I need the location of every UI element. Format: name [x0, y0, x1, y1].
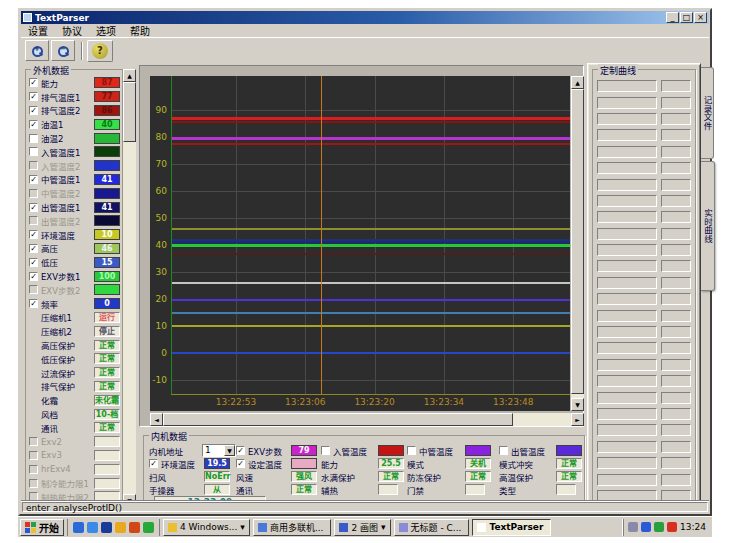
curve-name-field[interactable]: [597, 375, 657, 387]
curve-name-field[interactable]: [597, 441, 657, 453]
curve-value-field[interactable]: [661, 392, 691, 404]
chart-scroll-right-icon[interactable]: ►: [571, 413, 584, 426]
menu-item[interactable]: 选项: [89, 23, 123, 38]
curve-value-field[interactable]: [661, 326, 691, 338]
signal-checkbox[interactable]: [29, 451, 38, 460]
curve-name-field[interactable]: [597, 424, 657, 436]
chart-hscroll-thumb[interactable]: [163, 413, 513, 426]
mail-icon[interactable]: [143, 522, 154, 533]
curve-name-field[interactable]: [597, 260, 657, 272]
chart-scroll-down-icon[interactable]: ▼: [571, 398, 584, 411]
indoor-checkbox[interactable]: [236, 459, 245, 468]
curve-value-field[interactable]: [661, 424, 691, 436]
alert-icon[interactable]: [667, 522, 677, 532]
indoor-checkbox[interactable]: [321, 446, 330, 455]
scroll-up-icon[interactable]: ▲: [123, 69, 136, 82]
curve-value-field[interactable]: [661, 129, 691, 141]
signal-checkbox[interactable]: [29, 134, 38, 143]
zoom-out-button[interactable]: −: [51, 40, 75, 61]
curve-name-field[interactable]: [597, 457, 657, 469]
signal-checkbox[interactable]: [29, 189, 38, 198]
signal-checkbox[interactable]: [29, 175, 38, 184]
task-button[interactable]: 2 画图 ▾: [334, 519, 390, 536]
signal-checkbox[interactable]: [29, 299, 38, 308]
curve-name-field[interactable]: [597, 211, 657, 223]
signal-checkbox[interactable]: [29, 272, 38, 281]
signal-checkbox[interactable]: [29, 203, 38, 212]
folder-icon[interactable]: [115, 522, 126, 533]
chart-hscrollbar[interactable]: ◄ ►: [150, 413, 584, 426]
maximize-button[interactable]: □: [680, 12, 693, 23]
curve-value-field[interactable]: [661, 293, 691, 305]
curve-name-field[interactable]: [597, 277, 657, 289]
curve-value-field[interactable]: [661, 474, 691, 486]
curve-value-field[interactable]: [661, 359, 691, 371]
task-button[interactable]: 4 Windows... ▾: [163, 519, 250, 536]
chart-scroll-up-icon[interactable]: ▲: [571, 76, 584, 89]
monitor-icon[interactable]: [654, 522, 664, 532]
help-button[interactable]: ?: [87, 40, 113, 62]
curve-value-field[interactable]: [661, 375, 691, 387]
ie-icon[interactable]: [73, 522, 84, 533]
signal-checkbox[interactable]: [29, 465, 38, 474]
curve-name-field[interactable]: [597, 408, 657, 420]
curve-name-field[interactable]: [597, 129, 657, 141]
curve-value-field[interactable]: [661, 441, 691, 453]
menu-item[interactable]: 帮助: [123, 23, 157, 38]
signal-checkbox[interactable]: [29, 161, 38, 170]
curve-value-field[interactable]: [661, 277, 691, 289]
signal-checkbox[interactable]: [29, 78, 38, 87]
zoom-in-button[interactable]: +: [25, 40, 49, 61]
media-icon[interactable]: [129, 522, 140, 533]
curve-value-field[interactable]: [661, 97, 691, 109]
minimize-button[interactable]: _: [666, 12, 679, 23]
curve-value-field[interactable]: [661, 244, 691, 256]
msn-icon[interactable]: [101, 522, 112, 533]
menu-item[interactable]: 设置: [21, 23, 55, 38]
indoor-checkbox[interactable]: [149, 459, 158, 468]
curve-name-field[interactable]: [597, 228, 657, 240]
curve-name-field[interactable]: [597, 359, 657, 371]
signal-checkbox[interactable]: [29, 258, 38, 267]
start-button[interactable]: 开始: [20, 519, 64, 536]
chart-vscrollbar[interactable]: ▲ ▼: [571, 76, 584, 411]
curve-name-field[interactable]: [597, 342, 657, 354]
signal-checkbox[interactable]: [29, 285, 38, 294]
indoor-address-dropdown[interactable]: 1 ▼: [202, 444, 236, 457]
sidebar-scrollbar[interactable]: ▲ ▼: [123, 69, 136, 507]
chevron-down-icon[interactable]: ▼: [224, 445, 235, 456]
signal-checkbox[interactable]: [29, 216, 38, 225]
curve-value-field[interactable]: [661, 260, 691, 272]
chart-canvas[interactable]: 9080706050403020100-1013:22:5313:23:0613…: [150, 76, 570, 411]
curve-value-field[interactable]: [661, 228, 691, 240]
close-button[interactable]: ×: [694, 12, 707, 23]
tab-realtime-curve[interactable]: 实时曲线: [701, 161, 715, 291]
curve-value-field[interactable]: [661, 457, 691, 469]
curve-value-field[interactable]: [661, 310, 691, 322]
curve-value-field[interactable]: [661, 162, 691, 174]
chart-scroll-left-icon[interactable]: ◄: [150, 413, 163, 426]
indoor-checkbox[interactable]: [407, 446, 416, 455]
curve-name-field[interactable]: [597, 146, 657, 158]
curve-value-field[interactable]: [661, 408, 691, 420]
signal-checkbox[interactable]: [29, 147, 38, 156]
curve-name-field[interactable]: [597, 195, 657, 207]
network-icon[interactable]: [641, 522, 651, 532]
explorer-icon[interactable]: [87, 522, 98, 533]
curve-value-field[interactable]: [661, 195, 691, 207]
tab-record-file[interactable]: 记录文件: [701, 67, 714, 159]
signal-checkbox[interactable]: [29, 437, 38, 446]
curve-name-field[interactable]: [597, 80, 657, 92]
curve-value-field[interactable]: [661, 179, 691, 191]
indoor-checkbox[interactable]: [236, 446, 245, 455]
curve-name-field[interactable]: [597, 244, 657, 256]
task-button[interactable]: TextParser: [472, 519, 551, 536]
signal-checkbox[interactable]: [29, 92, 38, 101]
printer-icon[interactable]: [628, 522, 638, 532]
sidebar-scroll-thumb[interactable]: [123, 82, 136, 142]
curve-value-field[interactable]: [661, 211, 691, 223]
curve-value-field[interactable]: [661, 342, 691, 354]
curve-name-field[interactable]: [597, 179, 657, 191]
signal-checkbox[interactable]: [29, 479, 38, 488]
indoor-checkbox[interactable]: [499, 446, 508, 455]
